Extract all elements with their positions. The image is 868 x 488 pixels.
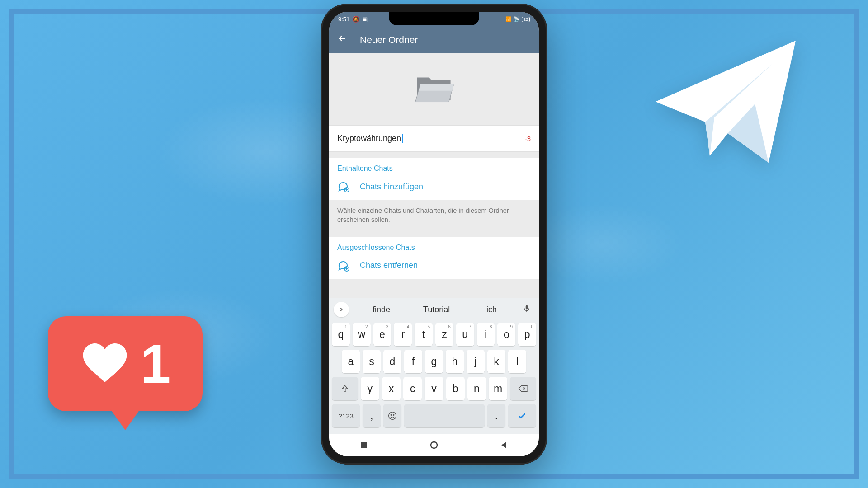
key-c[interactable]: c xyxy=(403,377,422,400)
wifi-icon: 📡 xyxy=(514,16,520,22)
excluded-chats-section: Ausgeschlossene Chats Chats entfernen xyxy=(329,237,539,279)
excluded-chats-title: Ausgeschlossene Chats xyxy=(329,237,539,255)
mic-button[interactable] xyxy=(519,305,534,315)
microphone-icon xyxy=(523,305,531,313)
key-p[interactable]: p0 xyxy=(518,323,536,346)
emoji-icon xyxy=(387,411,397,421)
keyboard-row-4: ?123 , . xyxy=(332,404,536,427)
phone-notch xyxy=(389,12,479,25)
key-f[interactable]: f xyxy=(404,350,422,373)
key-k[interactable]: k xyxy=(487,350,505,373)
suggestion-1[interactable]: finde xyxy=(354,302,409,317)
signal-icon: 📶 xyxy=(505,16,512,22)
key-g[interactable]: g xyxy=(425,350,443,373)
status-time: 9:51 xyxy=(338,16,349,23)
key-x[interactable]: x xyxy=(382,377,401,400)
page-title: Neuer Ordner xyxy=(360,34,418,45)
svg-rect-5 xyxy=(361,442,367,448)
period-key[interactable]: . xyxy=(487,404,505,427)
arrow-left-icon xyxy=(337,33,347,43)
battery-icon: 22 xyxy=(522,17,530,22)
back-button[interactable] xyxy=(337,33,347,46)
key-h[interactable]: h xyxy=(446,350,464,373)
svg-point-4 xyxy=(393,414,394,415)
included-chats-title: Enthaltene Chats xyxy=(329,158,539,176)
check-icon xyxy=(517,411,527,421)
included-helper-text: Wähle einzelne Chats und Chatarten, die … xyxy=(329,200,539,231)
key-e[interactable]: e3 xyxy=(373,323,392,346)
folder-icon xyxy=(413,70,456,108)
key-m[interactable]: m xyxy=(489,377,507,400)
emoji-key[interactable] xyxy=(383,404,401,427)
like-count: 1 xyxy=(141,333,171,395)
chat-add-icon xyxy=(337,181,349,192)
phone-screen: 9:51 🔕 ▣ 📶 📡 22 Neuer Ordner xyxy=(329,12,539,456)
add-chats-button[interactable]: Chats hinzufügen xyxy=(329,176,539,200)
included-chats-section: Enthaltene Chats Chats hinzufügen xyxy=(329,158,539,200)
key-v[interactable]: v xyxy=(425,377,443,400)
content-area: Kryptowährungen -3 Enthaltene Chats Chat… xyxy=(329,53,539,298)
suggestion-bar: finde Tutorial ich xyxy=(329,298,539,321)
backspace-key[interactable] xyxy=(510,377,536,400)
keyboard-row-3: yxcvbnm xyxy=(332,377,536,400)
key-l[interactable]: l xyxy=(508,350,526,373)
like-badge: 1 xyxy=(48,316,203,411)
nav-recent-button[interactable] xyxy=(359,441,368,450)
heart-icon xyxy=(80,341,130,386)
nav-home-button[interactable] xyxy=(429,441,439,450)
key-o[interactable]: o9 xyxy=(497,323,515,346)
space-key[interactable] xyxy=(404,404,485,427)
svg-point-3 xyxy=(391,414,392,415)
key-u[interactable]: u7 xyxy=(456,323,474,346)
chevron-right-icon xyxy=(338,306,344,313)
keyboard-row-1: q1w2e3r4t5z6u7i8o9p0 xyxy=(332,323,536,346)
key-w[interactable]: w2 xyxy=(353,323,371,346)
svg-point-2 xyxy=(389,412,396,420)
key-a[interactable]: a xyxy=(342,350,360,373)
notification-mute-icon: 🔕 xyxy=(352,16,359,23)
key-s[interactable]: s xyxy=(363,350,381,373)
folder-name-input[interactable]: Kryptowährungen xyxy=(337,134,403,143)
key-b[interactable]: b xyxy=(446,377,465,400)
shift-key[interactable] xyxy=(332,377,358,400)
symbols-key[interactable]: ?123 xyxy=(332,404,360,427)
add-chats-label: Chats hinzufügen xyxy=(360,182,423,192)
remove-chats-button[interactable]: Chats entfernen xyxy=(329,255,539,279)
key-r[interactable]: r4 xyxy=(394,323,412,346)
phone-mockup: 9:51 🔕 ▣ 📶 📡 22 Neuer Ordner xyxy=(321,4,547,465)
key-q[interactable]: q1 xyxy=(332,323,350,346)
key-z[interactable]: z6 xyxy=(435,323,453,346)
android-nav-bar xyxy=(329,434,539,456)
enter-key[interactable] xyxy=(508,404,536,427)
keyboard-row-2: asdfghjkl xyxy=(332,350,536,373)
folder-illustration xyxy=(329,53,539,125)
svg-point-6 xyxy=(431,442,437,448)
backspace-icon xyxy=(518,385,528,393)
key-t[interactable]: t5 xyxy=(415,323,433,346)
app-bar: Neuer Ordner xyxy=(329,27,539,53)
folder-name-row: Kryptowährungen -3 xyxy=(329,125,539,152)
key-i[interactable]: i8 xyxy=(477,323,495,346)
suggestion-expand-button[interactable] xyxy=(334,302,349,317)
key-y[interactable]: y xyxy=(361,377,379,400)
chat-remove-icon xyxy=(337,260,349,272)
notification-app-icon: ▣ xyxy=(362,16,368,23)
key-j[interactable]: j xyxy=(467,350,485,373)
nav-back-button[interactable] xyxy=(500,441,509,450)
comma-key[interactable]: , xyxy=(363,404,381,427)
suggestion-2[interactable]: Tutorial xyxy=(409,302,464,317)
char-counter: -3 xyxy=(525,135,531,142)
key-d[interactable]: d xyxy=(383,350,401,373)
on-screen-keyboard: finde Tutorial ich q1w2e3r4t5z6u7i8o9p0 … xyxy=(329,298,539,434)
telegram-plane-icon xyxy=(646,32,805,172)
suggestion-3[interactable]: ich xyxy=(464,302,519,317)
key-n[interactable]: n xyxy=(467,377,486,400)
remove-chats-label: Chats entfernen xyxy=(360,261,418,270)
shift-icon xyxy=(341,385,349,393)
